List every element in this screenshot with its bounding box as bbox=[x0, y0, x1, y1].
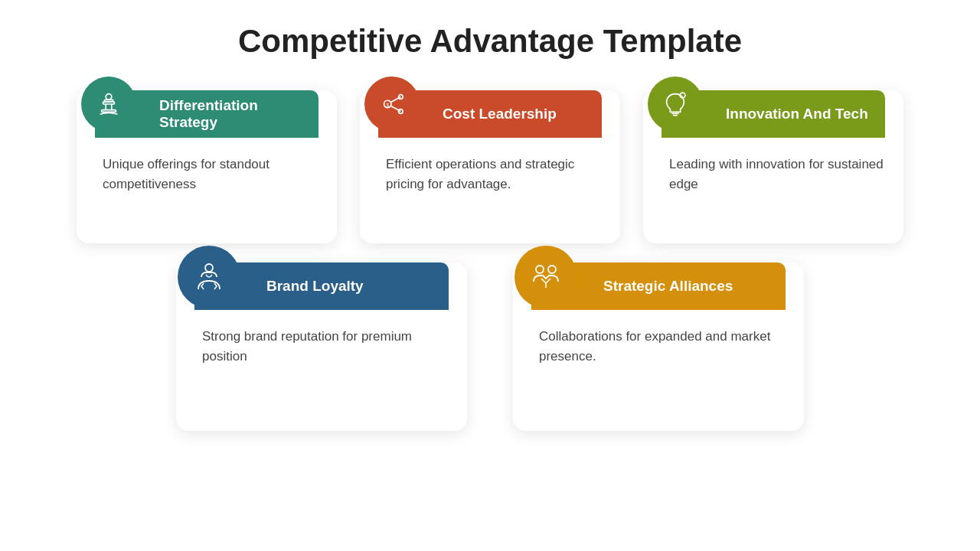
chess-icon bbox=[94, 90, 123, 119]
card-1-body: Unique offerings for standout competitiv… bbox=[95, 138, 318, 195]
lightbulb-gear-icon bbox=[661, 90, 690, 119]
card-4-label: Brand Loyalty bbox=[266, 278, 364, 295]
card-3-label: Innovation And Tech bbox=[726, 106, 868, 122]
card-5-label: Strategic Alliances bbox=[603, 278, 733, 295]
card-cost-leadership: $ Cost Leadership Efficient operations a… bbox=[360, 90, 620, 243]
card-3-icon-circle bbox=[648, 77, 703, 132]
svg-text:$: $ bbox=[386, 103, 389, 108]
svg-point-21 bbox=[548, 266, 556, 273]
alliance-handshake-icon bbox=[529, 260, 563, 294]
card-4-header: Brand Loyalty bbox=[194, 262, 449, 310]
top-row: Differentiation Strategy Unique offering… bbox=[46, 90, 934, 243]
card-innovation: Innovation And Tech Leading with innovat… bbox=[643, 90, 903, 243]
card-2-header: $ Cost Leadership bbox=[378, 90, 602, 138]
card-5-header: Strategic Alliances bbox=[531, 262, 786, 310]
svg-point-0 bbox=[106, 94, 112, 100]
card-strategic-alliances: Strategic Alliances Collaborations for e… bbox=[513, 262, 804, 431]
card-brand-loyalty: Brand Loyalty Strong brand reputation fo… bbox=[176, 262, 467, 431]
card-5-icon-circle bbox=[514, 246, 577, 308]
page-title: Competitive Advantage Template bbox=[238, 23, 742, 60]
svg-point-11 bbox=[399, 109, 403, 114]
svg-point-20 bbox=[536, 266, 544, 273]
svg-rect-2 bbox=[103, 102, 114, 104]
svg-point-19 bbox=[205, 264, 213, 272]
card-differentiation: Differentiation Strategy Unique offering… bbox=[77, 90, 337, 243]
card-2-body: Efficient operations and strategic prici… bbox=[378, 138, 602, 195]
card-4-icon-circle bbox=[178, 246, 240, 308]
card-3-body: Leading with innovation for sustained ed… bbox=[662, 138, 885, 195]
svg-point-10 bbox=[399, 95, 403, 99]
card-4-body: Strong brand reputation for premium posi… bbox=[194, 310, 449, 367]
card-1-header: Differentiation Strategy bbox=[95, 90, 318, 138]
card-1-label: Differentiation Strategy bbox=[159, 97, 305, 131]
brand-loyalty-icon bbox=[192, 260, 226, 294]
card-3-header: Innovation And Tech bbox=[662, 90, 885, 138]
card-2-icon-circle: $ bbox=[364, 77, 420, 132]
card-2-label: Cost Leadership bbox=[443, 106, 557, 122]
svg-rect-3 bbox=[102, 110, 116, 112]
bottom-row: Brand Loyalty Strong brand reputation fo… bbox=[46, 262, 934, 431]
card-1-icon-circle bbox=[81, 77, 136, 132]
money-scissors-icon: $ bbox=[377, 90, 407, 119]
card-5-body: Collaborations for expanded and market p… bbox=[531, 310, 786, 367]
page: Competitive Advantage Template Differen bbox=[0, 0, 980, 551]
